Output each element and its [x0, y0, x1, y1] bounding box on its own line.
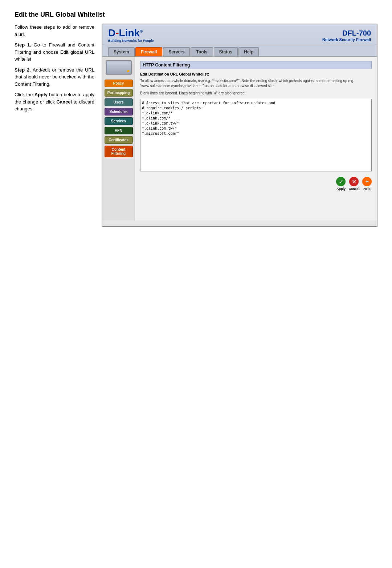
sidebar-nav: Policy Portmapping Users Schedules Servi… [102, 57, 135, 220]
tab-tools[interactable]: Tools [191, 47, 213, 56]
help-action[interactable]: + Help [362, 177, 372, 191]
router-panel: D-Link® Building Networks for People DFL… [102, 24, 377, 227]
brand-tagline: Building Networks for People [108, 39, 154, 42]
cancel-action[interactable]: ✕ Cancel [348, 177, 359, 191]
product-info: DFL-700 Network Security Firewall [322, 29, 371, 42]
main-content: HTTP Content Filtering Edit Destination … [135, 57, 377, 220]
device-shape [106, 61, 131, 74]
step3-text: Click the [15, 92, 34, 97]
help-icon[interactable]: + [362, 177, 372, 186]
sidebar-btn-users[interactable]: Users [105, 98, 133, 106]
dlink-logo: D-Link® Building Networks for People [108, 28, 154, 42]
tab-firewall[interactable]: Firewall [135, 47, 163, 56]
step1: Step 1. Go to Firewall and Content Filte… [15, 41, 94, 63]
step2: Step 2. Add/edit or remove the URL that … [15, 66, 94, 88]
step3: Click the Apply button below to apply th… [15, 91, 94, 113]
product-model: DFL-700 [322, 29, 371, 37]
page-title: Edit the URL Global Whitelist [15, 11, 377, 19]
cancel-icon[interactable]: ✕ [349, 177, 359, 186]
intro-text: Follow these steps to add or remove a ur… [15, 24, 94, 38]
action-bar: ✓ Apply ✕ Cancel + Help [140, 175, 372, 192]
whitelist-textarea[interactable] [140, 99, 372, 171]
sidebar-btn-policy[interactable]: Policy [105, 80, 133, 87]
sidebar-btn-services[interactable]: Services [105, 117, 133, 125]
router-header: D-Link® Building Networks for People DFL… [102, 24, 377, 45]
apply-action[interactable]: ✓ Apply [336, 177, 346, 191]
tab-help[interactable]: Help [238, 47, 259, 56]
sidebar-btn-content-filtering[interactable]: Content Filtering [105, 146, 133, 157]
content-description: Edit Destination URL Global Whitelist: [140, 72, 372, 76]
sidebar-btn-vpn[interactable]: VPN [105, 127, 133, 134]
device-image [106, 60, 132, 75]
apply-icon[interactable]: ✓ [336, 177, 346, 186]
tab-status[interactable]: Status [214, 47, 238, 56]
apply-label: Apply [336, 187, 346, 191]
sidebar-btn-schedules[interactable]: Schedules [105, 108, 133, 115]
content-note1: To allow access to a whole domain, use e… [140, 78, 372, 89]
step3-apply: Apply [34, 92, 48, 97]
cancel-label: Cancel [348, 187, 359, 191]
nav-tabs: System Firewall Servers Tools Status Hel… [102, 45, 377, 57]
product-description: Network Security Firewall [322, 37, 371, 42]
step3-cancel: Cancel [57, 99, 72, 105]
step1-label: Step 1. [15, 42, 31, 48]
brand-name: D-Link® [108, 28, 143, 38]
tab-servers[interactable]: Servers [163, 47, 190, 56]
tab-system[interactable]: System [108, 47, 135, 56]
sidebar-btn-portmapping[interactable]: Portmapping [105, 89, 133, 97]
instructions-panel: Follow these steps to add or remove a ur… [15, 24, 94, 116]
help-label: Help [363, 187, 371, 191]
sidebar-btn-certificates[interactable]: Certificates [105, 136, 133, 144]
content-area: Policy Portmapping Users Schedules Servi… [102, 57, 377, 220]
content-note2: Blank lines are ignored. Lines beginning… [140, 91, 372, 96]
step2-label: Step 2. [15, 67, 31, 73]
section-title: HTTP Content Filtering [140, 61, 372, 69]
